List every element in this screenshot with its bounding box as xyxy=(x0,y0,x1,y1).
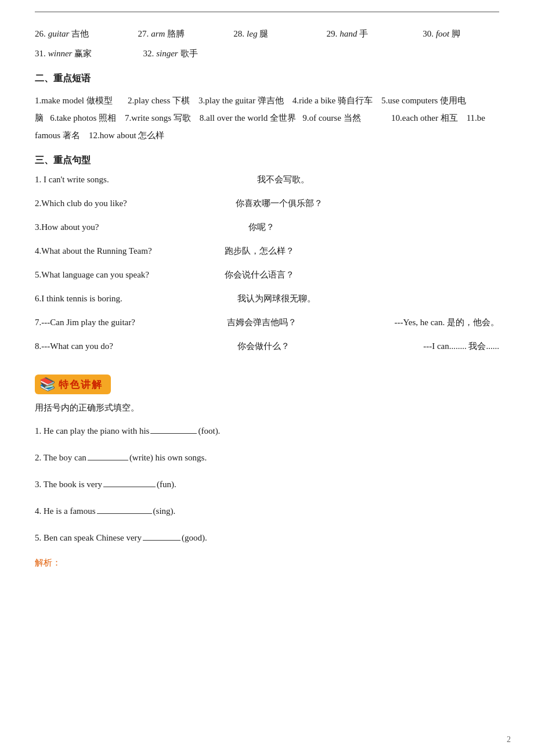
top-divider xyxy=(35,12,499,12)
sentence-en-7: 7.---Can Jim play the guitar? xyxy=(35,316,209,329)
vocab-cn-30: 脚 xyxy=(452,25,460,42)
sentence-en-8: 8.---What can you do? xyxy=(35,340,209,352)
vocab-row-2: 31. winner 赢家 32. singer 歌手 xyxy=(35,45,499,62)
vocab-item-29: 29. hand 手 xyxy=(326,25,368,42)
sentence-en-2: 2.Which club do you like? xyxy=(35,197,209,210)
blank-4 xyxy=(97,513,152,514)
sentence-row-6: 6.I think tennis is boring. 我认为网球很无聊。 xyxy=(35,293,499,305)
vocab-num-27: 27. xyxy=(138,25,149,42)
page-number: 2 xyxy=(507,735,511,744)
feature-text: 特色讲解 xyxy=(59,378,103,391)
sentence-answer-7: ---Yes, he can. 是的，他会。 xyxy=(388,316,499,329)
vocab-cn-32: 歌手 xyxy=(181,45,198,62)
vocab-en-30: foot xyxy=(436,25,449,42)
fill-num-3: 3. The book is very xyxy=(35,480,102,489)
hint-5: (good). xyxy=(182,533,207,542)
sentence-cn-3: 你呢？ xyxy=(214,221,499,233)
fill-item-1: 1. He can play the piano with his(foot). xyxy=(35,424,499,438)
sentence-en-3: 3.How about you? xyxy=(35,221,209,233)
section2-title: 二、重点短语 xyxy=(35,73,499,85)
feature-banner: 📚 特色讲解 xyxy=(35,375,111,394)
vocab-cn-29: 手 xyxy=(359,25,368,42)
vocab-cn-28: 腿 xyxy=(259,25,268,42)
vocab-en-29: hand xyxy=(340,25,357,42)
vocab-num-30: 30. xyxy=(423,25,434,42)
sentence-cn-1: 我不会写歌。 xyxy=(214,174,499,186)
fill-instruction: 用括号内的正确形式填空。 xyxy=(35,402,499,413)
fill-item-2: 2. The boy can(write) his own songs. xyxy=(35,451,499,465)
vocab-en-32: singer xyxy=(156,45,178,62)
vocab-row-1: 26. guitar 吉他 27. arm 胳膊 28. leg 腿 29. h… xyxy=(35,25,499,42)
vocab-cn-27: 胳膊 xyxy=(167,25,185,42)
feature-icon: 📚 xyxy=(39,377,55,392)
sentence-row-3: 3.How about you? 你呢？ xyxy=(35,221,499,233)
sentence-cn-8: 你会做什么？ xyxy=(214,340,406,352)
vocab-en-27: arm xyxy=(151,25,165,42)
vocab-num-31: 31. xyxy=(35,45,46,62)
sentence-row-2: 2.Which club do you like? 你喜欢哪一个俱乐部？ xyxy=(35,197,499,210)
vocab-item-32: 32. singer 歌手 xyxy=(143,45,197,62)
phrases-block: 1.make model 做模型 2.play chess 下棋 3.play … xyxy=(35,92,499,144)
hint-1: (foot). xyxy=(198,426,220,435)
vocab-num-29: 29. xyxy=(326,25,337,42)
sentence-cn-5: 你会说什么语言？ xyxy=(214,269,499,281)
sentence-cn-7: 吉姆会弹吉他吗？ xyxy=(214,316,383,329)
vocab-en-26: guitar xyxy=(48,25,70,42)
sentence-en-4: 4.What about the Running Team? xyxy=(35,245,209,257)
blank-2 xyxy=(88,460,128,460)
fill-item-4: 4. He is a famous(sing). xyxy=(35,504,499,518)
sentence-row-7: 7.---Can Jim play the guitar? 吉姆会弹吉他吗？ -… xyxy=(35,316,499,329)
phrases-text: 1.make model 做模型 2.play chess 下棋 3.play … xyxy=(35,96,485,140)
jiexi-label: 解析： xyxy=(35,557,499,568)
vocab-item-26: 26. guitar 吉他 xyxy=(35,25,89,42)
sentence-row-8: 8.---What can you do? 你会做什么？ ---I can...… xyxy=(35,340,499,352)
sentence-cn-2: 你喜欢哪一个俱乐部？ xyxy=(214,197,499,210)
vocab-num-28: 28. xyxy=(233,25,244,42)
sentence-answer-8: ---I can........ 我会...... xyxy=(410,340,499,352)
fill-num-1: 1. He can play the piano with his xyxy=(35,426,149,435)
vocab-item-31: 31. winner 赢家 xyxy=(35,45,92,62)
sentence-cn-6: 我认为网球很无聊。 xyxy=(214,293,499,305)
sentence-en-1: 1. I can't write songs. xyxy=(35,174,209,186)
fill-num-4: 4. He is a famous xyxy=(35,506,96,516)
sentences-block: 1. I can't write songs. 我不会写歌。 2.Which c… xyxy=(35,174,499,352)
sentence-row-5: 5.What language can you speak? 你会说什么语言？ xyxy=(35,269,499,281)
vocab-en-28: leg xyxy=(247,25,257,42)
sentence-cn-4: 跑步队，怎么样？ xyxy=(214,245,499,257)
vocab-item-28: 28. leg 腿 xyxy=(233,25,268,42)
hint-2: (write) his own songs. xyxy=(129,453,207,462)
sentence-en-6: 6.I think tennis is boring. xyxy=(35,293,209,305)
vocab-item-30: 30. foot 脚 xyxy=(423,25,460,42)
hint-4: (sing). xyxy=(153,506,176,516)
vocab-num-26: 26. xyxy=(35,25,46,42)
vocab-en-31: winner xyxy=(48,45,73,62)
blank-1 xyxy=(150,433,197,434)
blank-3 xyxy=(103,487,156,487)
page: 26. guitar 吉他 27. arm 胳膊 28. leg 腿 29. h… xyxy=(0,0,534,756)
sentence-row-4: 4.What about the Running Team? 跑步队，怎么样？ xyxy=(35,245,499,257)
hint-3: (fun). xyxy=(157,480,176,489)
vocab-cn-26: 吉他 xyxy=(71,25,89,42)
vocab-num-32: 32. xyxy=(143,45,154,62)
fill-item-3: 3. The book is very(fun). xyxy=(35,477,499,491)
vocab-item-27: 27. arm 胳膊 xyxy=(138,25,185,42)
blank-5 xyxy=(143,540,181,541)
fill-num-5: 5. Ben can speak Chinese very xyxy=(35,533,142,542)
fill-num-2: 2. The boy can xyxy=(35,453,86,462)
sentence-en-5: 5.What language can you speak? xyxy=(35,269,209,281)
vocab-cn-31: 赢家 xyxy=(74,45,92,62)
fill-item-5: 5. Ben can speak Chinese very(good). xyxy=(35,531,499,545)
sentence-row-1: 1. I can't write songs. 我不会写歌。 xyxy=(35,174,499,186)
section3-title: 三、重点句型 xyxy=(35,154,499,167)
